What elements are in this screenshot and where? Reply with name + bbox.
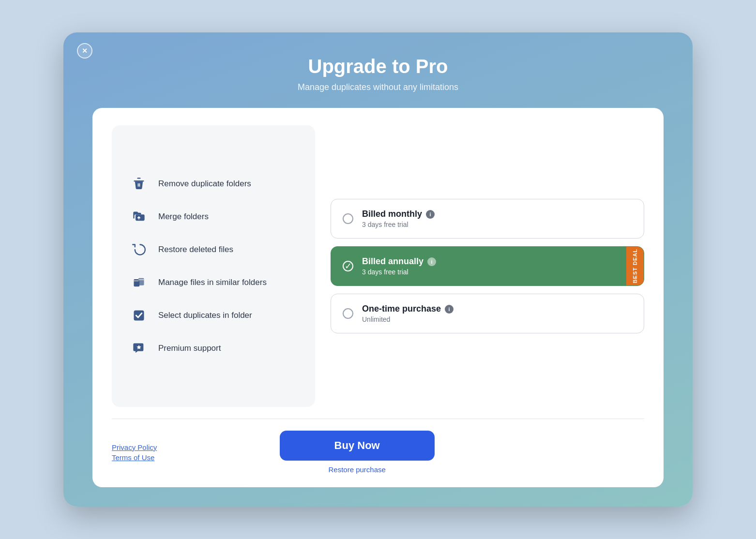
svg-rect-2 xyxy=(138,183,139,187)
feature-premium-support: Premium support xyxy=(129,339,298,358)
plan-annually-name: Billed annually i xyxy=(362,256,632,267)
feature-merge-folders: Merge folders xyxy=(129,207,298,226)
plan-annually[interactable]: ✓ Billed annually i 3 days free trial BE… xyxy=(331,246,644,286)
plans-panel: Billed monthly i 3 days free trial ✓ Bil… xyxy=(331,125,644,407)
plan-monthly[interactable]: Billed monthly i 3 days free trial xyxy=(331,199,644,239)
plan-one-time-name: One-time purchase i xyxy=(362,304,632,314)
main-card: Remove duplicate folders Merge folders xyxy=(92,108,664,487)
files-icon xyxy=(129,273,149,292)
feature-label-select-duplicates-folder: Select duplicates in folder xyxy=(158,311,252,320)
onetime-info-icon[interactable]: i xyxy=(445,305,454,314)
card-content: Remove duplicate folders Merge folders xyxy=(112,125,644,407)
feature-label-manage-similar-folders: Manage files in similar folders xyxy=(158,278,267,287)
feature-label-restore-deleted-files: Restore deleted files xyxy=(158,245,233,255)
buy-now-button[interactable]: Buy Now xyxy=(280,431,435,461)
annually-info-icon[interactable]: i xyxy=(427,257,436,266)
plan-monthly-info: Billed monthly i 3 days free trial xyxy=(362,209,632,228)
restore-purchase-link[interactable]: Restore purchase xyxy=(328,465,385,474)
plan-annually-radio: ✓ xyxy=(343,261,353,271)
svg-rect-5 xyxy=(138,278,144,285)
footer-links: Privacy Policy Terms of Use xyxy=(112,443,157,462)
svg-rect-0 xyxy=(134,180,144,181)
feature-label-remove-duplicate-folders: Remove duplicate folders xyxy=(158,179,251,189)
feature-label-merge-folders: Merge folders xyxy=(158,212,209,222)
privacy-policy-link[interactable]: Privacy Policy xyxy=(112,443,157,451)
feature-remove-duplicate-folders: Remove duplicate folders xyxy=(129,174,298,194)
star-chat-icon xyxy=(129,339,149,358)
plan-annually-info: Billed annually i 3 days free trial xyxy=(362,256,632,276)
merge-icon xyxy=(129,207,149,226)
feature-label-premium-support: Premium support xyxy=(158,344,221,353)
feature-select-duplicates-folder: Select duplicates in folder xyxy=(129,306,298,325)
restore-icon xyxy=(129,240,149,259)
page-subtitle: Manage duplicates without any limitation… xyxy=(298,82,458,92)
divider xyxy=(112,419,644,419)
features-panel: Remove duplicate folders Merge folders xyxy=(112,125,315,407)
best-deal-badge: BEST DEAL xyxy=(626,247,644,285)
plan-annually-sub: 3 days free trial xyxy=(362,268,632,276)
svg-rect-3 xyxy=(139,183,140,187)
footer: Privacy Policy Terms of Use Buy Now Rest… xyxy=(112,429,644,474)
footer-center: Buy Now Restore purchase xyxy=(280,431,435,474)
feature-restore-deleted-files: Restore deleted files xyxy=(129,240,298,259)
feature-manage-similar-folders: Manage files in similar folders xyxy=(129,273,298,292)
trash-icon xyxy=(129,174,149,194)
terms-of-use-link[interactable]: Terms of Use xyxy=(112,453,157,462)
plan-monthly-sub: 3 days free trial xyxy=(362,221,632,228)
plan-one-time[interactable]: One-time purchase i Unlimited xyxy=(331,294,644,333)
plan-one-time-info: One-time purchase i Unlimited xyxy=(362,304,632,323)
close-button[interactable]: ✕ xyxy=(77,43,92,59)
plan-monthly-radio xyxy=(343,213,353,224)
monthly-info-icon[interactable]: i xyxy=(426,210,435,219)
svg-rect-1 xyxy=(137,178,141,179)
best-deal-label: BEST DEAL xyxy=(632,249,638,283)
plan-monthly-name: Billed monthly i xyxy=(362,209,632,219)
upgrade-window: ✕ Upgrade to Pro Manage duplicates witho… xyxy=(63,32,693,507)
plan-one-time-radio xyxy=(343,308,353,319)
page-title: Upgrade to Pro xyxy=(308,56,448,77)
check-icon: ✓ xyxy=(345,261,352,271)
plan-one-time-sub: Unlimited xyxy=(362,315,632,323)
checkbox-icon xyxy=(129,306,149,325)
